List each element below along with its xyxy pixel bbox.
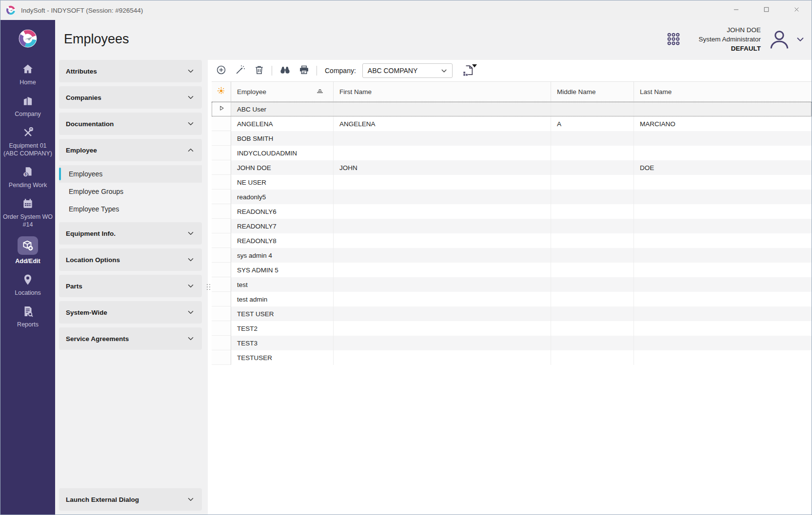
cell-employee[interactable]: ANGELENA bbox=[231, 116, 334, 131]
table-row[interactable]: TEST2 bbox=[212, 321, 812, 336]
cell-first-name[interactable] bbox=[334, 190, 551, 204]
edit-button[interactable] bbox=[234, 64, 246, 77]
table-row[interactable]: test bbox=[212, 277, 812, 292]
cell-first-name[interactable] bbox=[334, 175, 551, 190]
cell-middle-name[interactable] bbox=[551, 175, 634, 190]
table-row[interactable]: READONLY6 bbox=[212, 204, 812, 219]
cell-employee[interactable]: TESTUSER bbox=[231, 350, 334, 365]
cell-middle-name[interactable] bbox=[551, 292, 634, 306]
sidebar-item-add-edit[interactable]: Add/Edit bbox=[2, 236, 54, 265]
cell-middle-name[interactable] bbox=[551, 263, 634, 277]
cell-first-name[interactable]: ANGELENA bbox=[334, 116, 551, 131]
cell-middle-name[interactable] bbox=[551, 146, 634, 160]
cell-last-name[interactable]: DOE bbox=[634, 160, 812, 175]
column-header-employee[interactable]: Employee bbox=[231, 82, 334, 101]
table-row[interactable]: SYS ADMIN 5 bbox=[212, 263, 812, 277]
column-header-last-name[interactable]: Last Name bbox=[634, 82, 812, 101]
cell-middle-name[interactable] bbox=[551, 131, 634, 146]
table-row[interactable]: readonly5 bbox=[212, 190, 812, 204]
table-row[interactable]: INDYCLOUDADMIN bbox=[212, 146, 812, 160]
sidebar-item-equipment[interactable]: Equipment 01 (ABC COMPANY) bbox=[2, 126, 54, 157]
add-button[interactable] bbox=[215, 64, 227, 77]
cell-employee[interactable]: READONLY6 bbox=[231, 204, 334, 219]
cell-last-name[interactable] bbox=[634, 292, 812, 306]
cell-middle-name[interactable] bbox=[551, 160, 634, 175]
cell-first-name[interactable] bbox=[334, 204, 551, 219]
cell-last-name[interactable] bbox=[634, 102, 812, 116]
section-documentation[interactable]: Documentation bbox=[59, 113, 202, 135]
cell-first-name[interactable] bbox=[334, 102, 551, 116]
table-row[interactable]: NE USER bbox=[212, 175, 812, 190]
export-button[interactable] bbox=[461, 64, 475, 77]
section-launch-external-dialog[interactable]: Launch External Dialog bbox=[59, 488, 202, 511]
section-service-agreements[interactable]: Service Agreements bbox=[59, 327, 202, 350]
section-employee[interactable]: Employee bbox=[59, 139, 202, 161]
cell-middle-name[interactable] bbox=[551, 350, 634, 365]
cell-first-name[interactable] bbox=[334, 350, 551, 365]
cell-employee[interactable]: JOHN DOE bbox=[231, 160, 334, 175]
cell-last-name[interactable] bbox=[634, 263, 812, 277]
sidebar-item-company[interactable]: Company bbox=[2, 94, 54, 118]
sidebar-item-pending-work[interactable]: $ Pending Work bbox=[2, 165, 54, 189]
cell-middle-name[interactable]: A bbox=[551, 116, 634, 131]
cell-first-name[interactable] bbox=[334, 306, 551, 321]
cell-first-name[interactable] bbox=[334, 233, 551, 248]
cell-first-name[interactable] bbox=[334, 263, 551, 277]
nav-item-employee-types[interactable]: Employee Types bbox=[59, 200, 202, 218]
cell-middle-name[interactable] bbox=[551, 102, 634, 116]
print-button[interactable] bbox=[297, 64, 310, 77]
cell-employee[interactable]: READONLY7 bbox=[231, 219, 334, 233]
user-menu[interactable]: JOHN DOE System Administrator DEFAULT bbox=[665, 26, 806, 53]
cell-last-name[interactable] bbox=[634, 190, 812, 204]
cell-employee[interactable]: ABC User bbox=[231, 102, 334, 116]
section-location-options[interactable]: Location Options bbox=[59, 248, 202, 271]
column-header-first-name[interactable]: First Name bbox=[334, 82, 551, 101]
panel-splitter-grip[interactable] bbox=[206, 282, 211, 292]
cell-middle-name[interactable] bbox=[551, 248, 634, 263]
cell-last-name[interactable] bbox=[634, 277, 812, 292]
table-row[interactable]: TEST3 bbox=[212, 336, 812, 350]
maximize-button[interactable] bbox=[751, 0, 781, 20]
section-system-wide[interactable]: System-Wide bbox=[59, 301, 202, 324]
cell-employee[interactable]: INDYCLOUDADMIN bbox=[231, 146, 334, 160]
table-row[interactable]: READONLY8 bbox=[212, 233, 812, 248]
table-row[interactable]: JOHN DOE JOHN DOE bbox=[212, 160, 812, 175]
cell-first-name[interactable] bbox=[334, 219, 551, 233]
cell-employee[interactable]: NE USER bbox=[231, 175, 334, 190]
cell-employee[interactable]: TEST USER bbox=[231, 306, 334, 321]
cell-middle-name[interactable] bbox=[551, 219, 634, 233]
apps-grid-icon[interactable] bbox=[665, 31, 682, 48]
cell-last-name[interactable] bbox=[634, 321, 812, 336]
cell-middle-name[interactable] bbox=[551, 321, 634, 336]
table-row[interactable]: ANGELENA ANGELENA A MARCIANO bbox=[212, 116, 812, 131]
cell-last-name[interactable] bbox=[634, 219, 812, 233]
section-equipment-info[interactable]: Equipment Info. bbox=[59, 222, 202, 245]
cell-last-name[interactable] bbox=[634, 350, 812, 365]
nav-item-employees[interactable]: Employees bbox=[59, 165, 202, 183]
cell-first-name[interactable] bbox=[334, 248, 551, 263]
table-row[interactable]: test admin bbox=[212, 292, 812, 306]
cell-middle-name[interactable] bbox=[551, 190, 634, 204]
cell-employee[interactable]: test admin bbox=[231, 292, 334, 306]
cell-first-name[interactable] bbox=[334, 131, 551, 146]
cell-last-name[interactable] bbox=[634, 336, 812, 350]
section-attributes[interactable]: Attributes bbox=[59, 60, 202, 82]
close-button[interactable] bbox=[781, 0, 812, 20]
cell-middle-name[interactable] bbox=[551, 204, 634, 219]
cell-first-name[interactable] bbox=[334, 146, 551, 160]
cell-first-name[interactable]: JOHN bbox=[334, 160, 551, 175]
delete-button[interactable] bbox=[253, 64, 265, 77]
sidebar-item-locations[interactable]: Locations bbox=[2, 273, 54, 297]
company-select[interactable]: ABC COMPANY bbox=[362, 63, 453, 78]
cell-last-name[interactable]: MARCIANO bbox=[634, 116, 812, 131]
cell-last-name[interactable] bbox=[634, 175, 812, 190]
cell-middle-name[interactable] bbox=[551, 277, 634, 292]
sidebar-item-order-system[interactable]: Order System WO #14 bbox=[2, 197, 54, 229]
find-button[interactable] bbox=[278, 64, 291, 77]
cell-middle-name[interactable] bbox=[551, 306, 634, 321]
cell-employee[interactable]: SYS ADMIN 5 bbox=[231, 263, 334, 277]
table-row[interactable]: TEST USER bbox=[212, 306, 812, 321]
table-row[interactable]: sys admin 4 bbox=[212, 248, 812, 263]
cell-last-name[interactable] bbox=[634, 146, 812, 160]
section-parts[interactable]: Parts bbox=[59, 275, 202, 297]
